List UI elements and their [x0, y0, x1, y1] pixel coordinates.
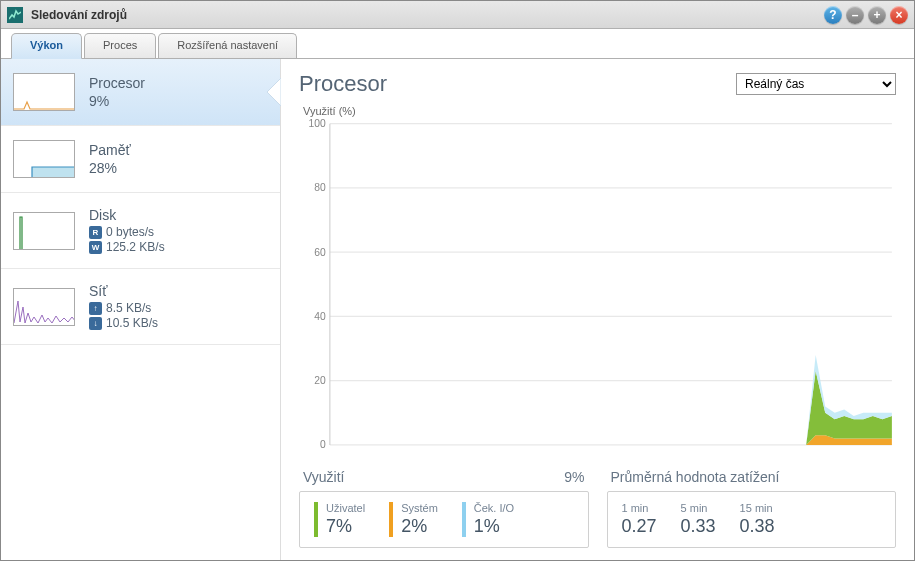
network-thumb — [13, 288, 75, 326]
metric-system-value: 2% — [401, 516, 438, 537]
network-title: Síť — [89, 283, 268, 299]
network-down-row: ↓ 10.5 KB/s — [89, 316, 268, 330]
metric-user-value: 7% — [326, 516, 365, 537]
cpu-chart: 020406080100 — [299, 119, 896, 459]
sidebar-item-cpu[interactable]: Procesor 9% — [1, 59, 280, 126]
sidebar-item-memory[interactable]: Paměť 28% — [1, 126, 280, 193]
window-buttons: ? – + × — [824, 6, 908, 24]
chart-ylabel: Využití (%) — [303, 105, 896, 117]
cpu-thumb — [13, 73, 75, 111]
memory-title: Paměť — [89, 142, 268, 158]
svg-rect-1 — [32, 167, 75, 178]
load-15min: 15 min 0.38 — [740, 502, 775, 537]
metric-iowait: Ček. I/O 1% — [462, 502, 514, 537]
svg-text:0: 0 — [320, 438, 326, 451]
disk-read: 0 bytes/s — [106, 225, 154, 239]
load-5min-label: 5 min — [681, 502, 716, 514]
utilization-panel: Využití 9% Uživatel 7% Systém 2% Ček. I/… — [299, 469, 589, 548]
svg-text:100: 100 — [309, 119, 326, 129]
main-panel: Procesor Reálný čas Využití (%) 02040608… — [281, 59, 914, 560]
load-1min-value: 0.27 — [622, 516, 657, 537]
sidebar-item-network[interactable]: Síť ↑ 8.5 KB/s ↓ 10.5 KB/s — [1, 269, 280, 345]
network-up-row: ↑ 8.5 KB/s — [89, 301, 268, 315]
metric-iowait-value: 1% — [474, 516, 514, 537]
bottom-panels: Využití 9% Uživatel 7% Systém 2% Ček. I/… — [299, 469, 896, 548]
disk-write-row: W 125.2 KB/s — [89, 240, 268, 254]
memory-value: 28% — [89, 160, 268, 176]
network-down: 10.5 KB/s — [106, 316, 158, 330]
main-title: Procesor — [299, 71, 387, 97]
window-title: Sledování zdrojů — [31, 8, 824, 22]
load-5min: 5 min 0.33 — [681, 502, 716, 537]
cpu-title: Procesor — [89, 75, 268, 91]
cpu-value: 9% — [89, 93, 268, 109]
disk-title: Disk — [89, 207, 268, 223]
maximize-button[interactable]: + — [868, 6, 886, 24]
metric-system: Systém 2% — [389, 502, 438, 537]
chart-area: 020406080100 — [299, 119, 896, 459]
disk-read-row: R 0 bytes/s — [89, 225, 268, 239]
load-1min: 1 min 0.27 — [622, 502, 657, 537]
content: Procesor 9% Paměť 28% Disk R 0 bytes — [1, 59, 914, 560]
memory-thumb — [13, 140, 75, 178]
disk-write: 125.2 KB/s — [106, 240, 165, 254]
close-button[interactable]: × — [890, 6, 908, 24]
load-header-label: Průměrná hodnota zatížení — [611, 469, 780, 485]
network-up: 8.5 KB/s — [106, 301, 151, 315]
minimize-button[interactable]: – — [846, 6, 864, 24]
download-badge-icon: ↓ — [89, 317, 102, 330]
metric-user-label: Uživatel — [326, 502, 365, 514]
utilization-header-label: Využití — [303, 469, 345, 485]
sidebar-item-disk[interactable]: Disk R 0 bytes/s W 125.2 KB/s — [1, 193, 280, 269]
tab-process[interactable]: Proces — [84, 33, 156, 58]
svg-text:20: 20 — [314, 374, 325, 387]
read-badge-icon: R — [89, 226, 102, 239]
metric-user: Uživatel 7% — [314, 502, 365, 537]
svg-marker-0 — [267, 78, 281, 106]
tab-performance[interactable]: Výkon — [11, 33, 82, 59]
write-badge-icon: W — [89, 241, 102, 254]
sidebar: Procesor 9% Paměť 28% Disk R 0 bytes — [1, 59, 281, 560]
tabbar: Výkon Proces Rozšířená nastavení — [1, 29, 914, 59]
load-1min-label: 1 min — [622, 502, 657, 514]
load-5min-value: 0.33 — [681, 516, 716, 537]
tab-advanced[interactable]: Rozšířená nastavení — [158, 33, 297, 58]
disk-thumb — [13, 212, 75, 250]
load-panel: Průměrná hodnota zatížení 1 min 0.27 5 m… — [607, 469, 897, 548]
upload-badge-icon: ↑ — [89, 302, 102, 315]
utilization-header-value: 9% — [564, 469, 584, 485]
time-range-select[interactable]: Reálný čas — [736, 73, 896, 95]
load-15min-value: 0.38 — [740, 516, 775, 537]
svg-text:40: 40 — [314, 309, 325, 322]
load-15min-label: 15 min — [740, 502, 775, 514]
selected-arrow-icon — [267, 78, 281, 106]
svg-text:60: 60 — [314, 245, 325, 258]
metric-iowait-label: Ček. I/O — [474, 502, 514, 514]
metric-system-label: Systém — [401, 502, 438, 514]
help-button[interactable]: ? — [824, 6, 842, 24]
svg-text:80: 80 — [314, 181, 325, 194]
titlebar: Sledování zdrojů ? – + × — [1, 1, 914, 29]
app-icon — [7, 7, 23, 23]
